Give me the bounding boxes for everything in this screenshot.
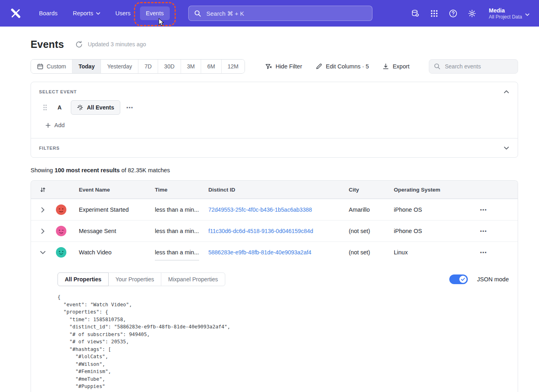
range-7d-label: 7D — [144, 63, 152, 70]
avatar — [56, 204, 66, 215]
tab-mixpanel-properties[interactable]: Mixpanel Properties — [161, 272, 225, 286]
range-today[interactable]: Today — [72, 60, 101, 73]
nav-item-users[interactable]: Users — [109, 6, 137, 20]
cell-os: Linux — [394, 249, 467, 256]
range-30d[interactable]: 30D — [158, 60, 181, 73]
edit-columns-button[interactable]: Edit Columns · 5 — [316, 63, 369, 70]
cell-event-name: Watch Video — [79, 249, 155, 256]
hide-filter-label: Hide Filter — [276, 63, 302, 70]
column-header-event-name[interactable]: Event Name — [79, 187, 155, 193]
range-7d[interactable]: 7D — [138, 60, 158, 73]
table-row: Experiment Started less than a min... 72… — [31, 199, 518, 220]
refresh-icon[interactable] — [75, 41, 83, 48]
edit-columns-label: Edit Columns · 5 — [326, 63, 369, 70]
table-row: Message Sent less than a min... f11c30d6… — [31, 220, 518, 241]
summary-prefix: Showing — [31, 167, 55, 173]
nav-item-reports-label: Reports — [73, 10, 93, 17]
range-3m[interactable]: 3M — [181, 60, 201, 73]
tab-all-properties[interactable]: All Properties — [58, 272, 109, 286]
chevron-down-icon[interactable] — [40, 251, 45, 254]
distinct-id-link[interactable]: 72d49553-25fc-4f0c-b436-1b5ac6ab3388 — [208, 206, 312, 213]
event-query-row: A All Events ⋯ — [39, 100, 509, 115]
calendar-icon — [37, 63, 43, 70]
time-text: less than a min... — [155, 228, 199, 234]
top-navbar: Boards Reports Users Events — [0, 0, 539, 27]
row-more-button[interactable]: ⋯ — [480, 227, 518, 235]
range-12m-label: 12M — [228, 63, 239, 70]
export-button[interactable]: Export — [383, 63, 409, 70]
cell-event-name: Message Sent — [79, 228, 155, 234]
column-header-distinct-id[interactable]: Distinct ID — [208, 187, 349, 193]
column-header-time[interactable]: Time — [155, 187, 208, 193]
nav-item-boards-label: Boards — [39, 10, 58, 17]
nav-item-events[interactable]: Events — [140, 6, 170, 20]
select-event-label: SELECT EVENT — [39, 89, 77, 94]
filter-funnel-icon — [265, 63, 272, 70]
nav-item-reports[interactable]: Reports — [67, 6, 106, 20]
range-6m[interactable]: 6M — [201, 60, 221, 73]
all-events-icon — [77, 104, 83, 111]
export-label: Export — [393, 63, 409, 70]
event-row-letter: A — [57, 104, 62, 111]
drag-handle-icon[interactable] — [43, 104, 48, 111]
add-label: Add — [54, 122, 65, 128]
json-mode-toggle[interactable] — [449, 274, 468, 284]
avatar — [56, 226, 66, 236]
cell-time: less than a min... — [155, 228, 208, 234]
cell-city: Amarillo — [349, 206, 394, 213]
event-selector-chip[interactable]: All Events — [71, 100, 120, 115]
project-scope: All Project Data — [489, 14, 522, 20]
chevron-right-icon[interactable] — [41, 207, 45, 213]
distinct-id-link[interactable]: f11c30d6-dc6d-4518-9136-0d046159c84d — [208, 228, 313, 234]
cell-event-name: Experiment Started — [79, 206, 155, 213]
pencil-icon — [316, 63, 322, 70]
add-event-button[interactable]: Add — [42, 120, 68, 131]
nav-item-boards[interactable]: Boards — [33, 6, 64, 20]
download-icon — [383, 63, 389, 70]
hide-filter-button[interactable]: Hide Filter — [265, 63, 302, 70]
help-icon[interactable] — [448, 9, 457, 18]
chevron-up-icon[interactable] — [504, 90, 509, 93]
chevron-down-icon — [96, 12, 100, 15]
search-icon — [194, 10, 201, 17]
json-mode-label: JSON mode — [477, 276, 509, 283]
avatar — [56, 247, 66, 258]
chevron-right-icon[interactable] — [41, 229, 45, 234]
cell-os: iPhone OS — [394, 206, 467, 213]
cell-city: (not set) — [349, 249, 394, 256]
mixpanel-logo[interactable] — [10, 7, 22, 19]
range-yesterday[interactable]: Yesterday — [101, 60, 138, 73]
apps-grid-icon[interactable] — [430, 9, 438, 18]
summary-suffix: of 82.35K matches — [120, 167, 170, 173]
project-name: Media — [489, 7, 522, 14]
last-updated-text: Updated 3 minutes ago — [88, 41, 146, 47]
column-header-city[interactable]: City — [349, 187, 394, 193]
tab-your-properties[interactable]: Your Properties — [108, 272, 161, 286]
time-text: less than a min... — [155, 206, 199, 213]
global-search[interactable] — [188, 6, 372, 21]
column-header-os[interactable]: Operating System — [394, 187, 467, 193]
event-row-more-button[interactable]: ⋯ — [126, 103, 134, 112]
event-chip-label: All Events — [87, 104, 114, 111]
results-summary: Showing 100 most recent results of 82.35… — [31, 167, 518, 173]
range-6m-label: 6M — [207, 63, 215, 70]
event-json-code: { "event": "Watch Video", "properties": … — [58, 293, 509, 392]
distinct-id-link[interactable]: 5886283e-e9fb-48fb-81de-40e9093a2af4 — [208, 249, 311, 256]
property-tabs: All Properties Your Properties Mixpanel … — [58, 272, 225, 286]
row-more-button[interactable]: ⋯ — [480, 206, 518, 214]
project-switcher[interactable]: Media All Project Data — [489, 7, 529, 20]
settings-gear-icon[interactable] — [467, 9, 476, 18]
cursor-icon — [158, 18, 165, 26]
events-search[interactable] — [429, 59, 518, 74]
range-custom[interactable]: Custom — [31, 60, 72, 73]
sort-icon[interactable] — [40, 187, 46, 193]
range-12m[interactable]: 12M — [221, 60, 245, 73]
data-management-icon[interactable] — [411, 9, 420, 18]
table-row-expanded: Watch Video less than a min... 5886283e-… — [31, 241, 518, 263]
filters-section-header[interactable]: FILTERS — [31, 138, 518, 157]
row-more-button[interactable]: ⋯ — [480, 248, 518, 257]
range-30d-label: 30D — [164, 63, 175, 70]
events-search-input[interactable] — [444, 63, 513, 70]
nav-item-events-label: Events — [146, 10, 164, 17]
global-search-input[interactable] — [206, 10, 366, 17]
